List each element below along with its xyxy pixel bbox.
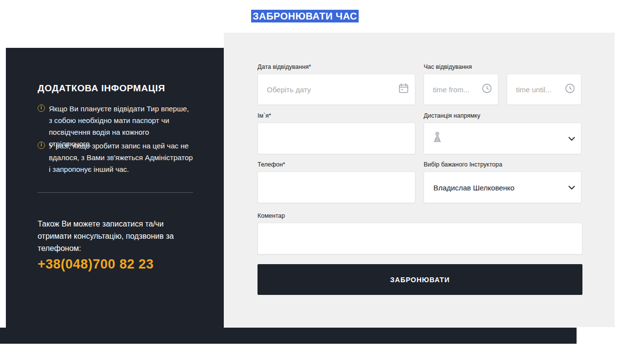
info-note: i У разі, якщо зробити запис на цей час … <box>38 140 193 175</box>
time-until-wrap <box>507 74 581 105</box>
phone-field-group: Телефон* <box>258 161 415 203</box>
instructor-label: Вибір бажаного Інструктора <box>424 161 581 168</box>
phone-intro-text: Також Ви можете записатися та/чи отримат… <box>38 218 177 254</box>
clock-icon[interactable] <box>564 83 576 96</box>
comment-textarea-wrap <box>258 223 582 254</box>
phone-number[interactable]: +38(048)700 82 23 <box>38 257 153 272</box>
instructor-select-value: Владислав Шелковенко <box>433 183 515 191</box>
name-field-group: Ім`я* <box>258 112 415 154</box>
page-title: ЗАБРОНЮВАТИ ЧАС <box>251 11 359 22</box>
booking-page: ЗАБРОНЮВАТИ ЧАС Дата відвідування* <box>0 0 644 353</box>
additional-info-sidebar: ДОДАТКОВА ІНФОРМАЦІЯ i Якщо Ви плануєте … <box>6 48 224 344</box>
info-note-text: У разі, якщо зробити запис на цей час не… <box>49 140 193 175</box>
page-title-text: ЗАБРОНЮВАТИ ЧАС <box>251 10 359 22</box>
info-icon: i <box>38 142 45 149</box>
clock-icon[interactable] <box>481 83 493 96</box>
sidebar-heading: ДОДАТКОВА ІНФОРМАЦІЯ <box>38 83 165 94</box>
comment-label: Коментар <box>258 212 582 219</box>
booking-form-panel: Дата відвідування* Час відвідування <box>224 33 615 327</box>
phone-input[interactable] <box>258 172 415 203</box>
name-label: Ім`я* <box>258 112 415 119</box>
comment-textarea[interactable] <box>258 223 582 254</box>
distance-field-group: Дистанція напрямку <box>424 112 581 154</box>
instructor-field-group: Вибір бажаного Інструктора Владислав Шел… <box>424 161 581 203</box>
instructor-select[interactable]: Владислав Шелковенко <box>424 171 581 203</box>
shooting-range-distance-icon <box>430 131 444 146</box>
name-input-wrap <box>258 123 415 154</box>
distance-label: Дистанція напрямку <box>424 112 581 119</box>
date-label: Дата відвідування* <box>258 63 415 70</box>
distance-select[interactable] <box>424 123 581 154</box>
info-icon: i <box>38 104 45 112</box>
date-input[interactable] <box>258 74 415 104</box>
time-label: Час відвідування <box>424 63 581 70</box>
date-input-wrap <box>258 74 415 105</box>
phone-input-wrap <box>258 171 415 203</box>
time-field-group: Час відвідування <box>424 63 581 105</box>
time-from-wrap <box>424 74 498 105</box>
sidebar-divider <box>38 192 193 193</box>
date-field-group: Дата відвідування* <box>258 63 415 105</box>
chevron-down-icon <box>568 183 575 192</box>
comment-field-group: Коментар <box>258 212 582 254</box>
submit-booking-button[interactable]: ЗАБРОНЮВАТИ <box>258 264 582 295</box>
name-input[interactable] <box>258 123 415 154</box>
chevron-down-icon <box>568 134 575 143</box>
bottom-dark-strip <box>0 328 577 344</box>
calendar-icon[interactable] <box>398 83 409 96</box>
phone-label: Телефон* <box>258 161 415 168</box>
